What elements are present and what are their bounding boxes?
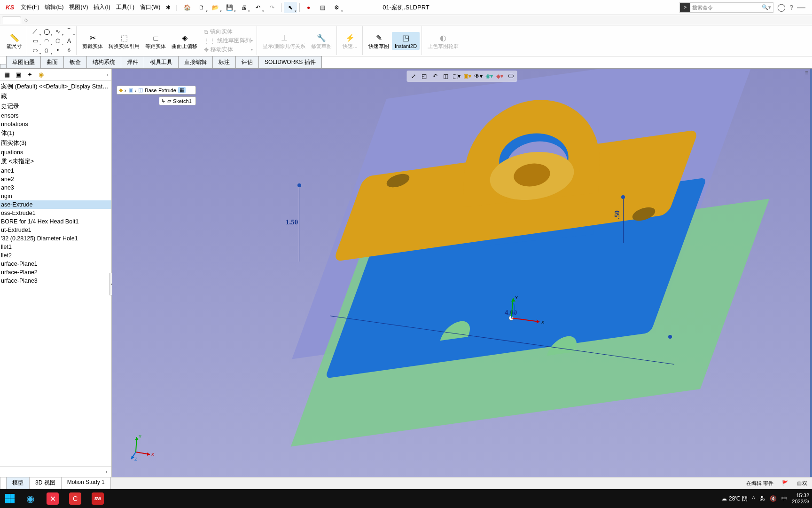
tree-item[interactable]: 面实体(3)	[0, 138, 111, 148]
vp-zoom-area-icon[interactable]: ◰	[420, 71, 429, 81]
tree-item[interactable]: '32 (0.28125) Diameter Hole1	[0, 234, 111, 243]
dim-handle-b1[interactable]	[668, 335, 672, 339]
dim-height-right[interactable]: .50	[613, 210, 621, 219]
breadcrumb-feature[interactable]: ◆ › ▣ › ◫ Base-Extrude ▦	[117, 86, 196, 95]
fillet-icon[interactable]: ⌒	[64, 27, 74, 36]
tree-item[interactable]: urface-Plane2	[0, 268, 111, 277]
bottom-tab-model[interactable]: 模型	[6, 477, 30, 489]
tree-item[interactable]: urface-Plane3	[0, 277, 111, 285]
taskbar-solidworks-icon[interactable]: SW	[86, 490, 109, 508]
ribbon-tab-annotate[interactable]: 标注	[212, 56, 236, 68]
rect-icon[interactable]: ▭	[30, 37, 40, 45]
line-icon[interactable]: ／	[30, 27, 40, 36]
ribbon-tab-ink[interactable]: 草图油墨	[6, 56, 41, 68]
menu-view[interactable]: 视图(V)	[66, 1, 91, 13]
tree-item[interactable]: 史记录	[0, 102, 111, 111]
tray-clock[interactable]: 15:32 2022/3/	[792, 492, 809, 505]
rapid-sketch-button[interactable]: ✎快速草图	[366, 32, 392, 50]
trim-button[interactable]: ✂剪裁实体	[79, 32, 106, 50]
ribbon-tab-direct-edit[interactable]: 直接编辑	[178, 56, 213, 68]
command-search[interactable]: > 🔍▾	[679, 2, 773, 13]
save-icon[interactable]: 💾	[223, 2, 236, 13]
user-icon[interactable]: ◯	[777, 3, 786, 12]
vp-orient-icon[interactable]: ⬚▾	[452, 71, 461, 81]
offset-button[interactable]: ⊏等距实体	[142, 32, 169, 50]
tree-expand-icon[interactable]: ›	[107, 71, 109, 78]
tree-item[interactable]: BORE for 1/4 Hex Head Bolt1	[0, 217, 111, 226]
tree-tab-property-icon[interactable]: ▣	[14, 71, 23, 79]
tray-weather[interactable]: ☁28℃ 阴	[721, 495, 748, 503]
tree-tab-appearance-icon[interactable]: ◉	[37, 71, 45, 79]
menu-help-icon[interactable]: ✱	[163, 2, 173, 13]
surface-offset-button[interactable]: ◈曲面上偏移	[169, 32, 200, 50]
vp-scene-icon[interactable]: ◆▾	[495, 71, 505, 81]
status-flag-icon[interactable]: 🚩	[782, 480, 789, 486]
search-magnifier-icon[interactable]: 🔍▾	[760, 4, 773, 10]
select-icon[interactable]: ⬉	[284, 2, 297, 13]
vp-hide-show-icon[interactable]: 👁▾	[474, 71, 483, 81]
tree-tab-config-icon[interactable]: ✦	[25, 71, 34, 79]
dim-height-left[interactable]: 1.50	[286, 218, 298, 226]
convert-button[interactable]: ⬚转换实体引用	[106, 32, 142, 50]
ribbon-tab-structure[interactable]: 结构系统	[86, 56, 121, 68]
tree-item[interactable]: ane3	[0, 183, 111, 192]
taskbar-app1-icon[interactable]: ✕	[41, 490, 64, 508]
ellipse-icon[interactable]: ⬯	[41, 46, 52, 55]
instant2d-button[interactable]: ◳Instant2D	[392, 32, 420, 50]
bottom-tab-motion[interactable]: Motion Study 1	[61, 477, 111, 489]
tree-item[interactable]: llet1	[0, 243, 111, 251]
open-icon[interactable]: 📂	[209, 2, 222, 13]
vp-render-icon[interactable]: 🖵	[506, 71, 515, 81]
menu-window[interactable]: 窗口(W)	[137, 1, 163, 13]
text-icon[interactable]: A	[64, 37, 74, 45]
tray-chevron-icon[interactable]: ^	[752, 495, 755, 502]
feature-tree[interactable]: 案例 (Default) <<Default>_Display State 1>…	[0, 81, 111, 466]
arc-icon[interactable]: ◠	[41, 37, 52, 45]
smart-dimension-button[interactable]: 📏 能尺寸	[4, 32, 25, 50]
polygon-icon[interactable]: ⬡	[53, 37, 63, 45]
tree-item[interactable]: 质 <未指定>	[0, 157, 111, 167]
tree-item[interactable]: oss-Extrude1	[0, 209, 111, 217]
dim-handle-r1[interactable]	[621, 195, 625, 199]
search-input[interactable]	[690, 5, 760, 10]
ribbon-tab-addins[interactable]: SOLIDWORKS 插件	[258, 56, 322, 68]
menu-edit[interactable]: 编辑(E)	[42, 1, 66, 13]
ribbon-tab-mold[interactable]: 模具工具	[144, 56, 179, 68]
taskbar-app2-icon[interactable]: C	[64, 490, 86, 508]
tree-item[interactable]: ane1	[0, 167, 111, 175]
bottom-tab-prev[interactable]	[0, 477, 7, 489]
tray-volume-icon[interactable]: 🔇	[770, 495, 777, 502]
ribbon-tab-0[interactable]	[0, 64, 7, 68]
taskbar-edge-icon[interactable]: ◉	[19, 490, 41, 508]
vp-prev-view-icon[interactable]: ↶	[430, 71, 440, 81]
viewport[interactable]: ≡ ⤢ ◰ ↶ ◫ ⬚▾ ▣▾ 👁▾ ◉▾ ◆▾ 🖵 ◆ › ▣ › ◫ Bas…	[112, 69, 812, 477]
tree-item[interactable]: urface-Plane1	[0, 260, 111, 268]
bottom-tab-3dview[interactable]: 3D 视图	[29, 477, 62, 489]
tree-item[interactable]: 藏	[0, 92, 111, 102]
options-panel-icon[interactable]: ▤	[316, 2, 329, 13]
tree-footer-chevron-icon[interactable]: ›	[0, 466, 111, 477]
tree-item[interactable]: ase-Extrude	[0, 200, 111, 209]
print-icon[interactable]: 🖨	[237, 2, 250, 13]
start-button[interactable]	[1, 490, 19, 508]
tray-network-icon[interactable]: 🖧	[759, 495, 765, 502]
vp-section-icon[interactable]: ◫	[441, 71, 451, 81]
menu-tools[interactable]: 工具(T)	[113, 1, 137, 13]
menu-file[interactable]: 文件(F)	[18, 1, 42, 13]
tree-item[interactable]: quations	[0, 148, 111, 157]
sub-tab[interactable]	[2, 16, 21, 24]
tree-item[interactable]: 体(1)	[0, 128, 111, 138]
ribbon-tab-sheetmetal[interactable]: 钣金	[63, 56, 87, 68]
ribbon-tab-weldment[interactable]: 焊件	[121, 56, 144, 68]
menu-insert[interactable]: 插入(I)	[91, 1, 113, 13]
plane-icon[interactable]: ◊	[64, 46, 74, 55]
viewport-menu-icon[interactable]: ≡	[805, 70, 808, 76]
slot-icon[interactable]: ⬭	[30, 46, 40, 55]
tree-item[interactable]: ensors	[0, 111, 111, 120]
vp-appearance-icon[interactable]: ◉▾	[484, 71, 494, 81]
tree-item[interactable]: 案例 (Default) <<Default>_Display State 1>	[0, 82, 111, 92]
ribbon-tab-surface[interactable]: 曲面	[40, 56, 64, 68]
circle-icon[interactable]: ◯	[41, 27, 52, 36]
point-icon[interactable]: •	[53, 46, 63, 55]
rebuild-icon[interactable]: ●	[302, 2, 315, 13]
